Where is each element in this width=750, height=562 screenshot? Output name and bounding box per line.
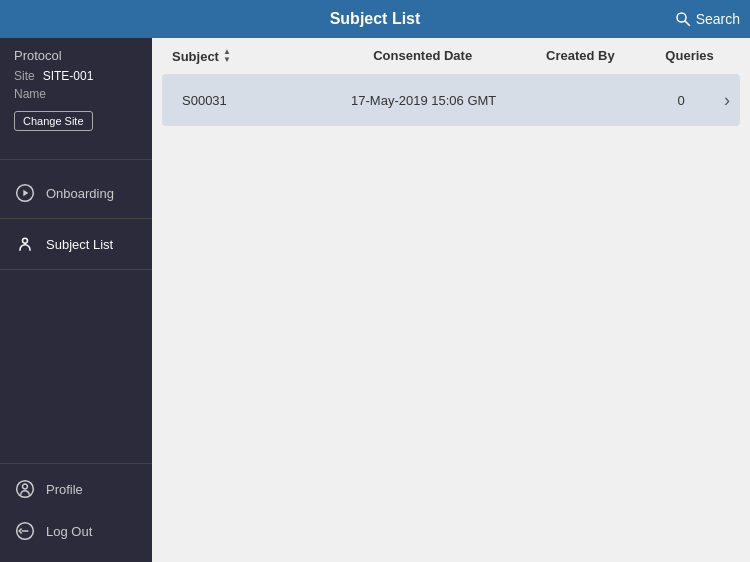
svg-marker-3 — [23, 190, 28, 197]
protocol-label: Protocol — [14, 48, 138, 63]
col-header-created: Created By — [512, 48, 649, 64]
col-header-consented: Consented Date — [334, 48, 512, 64]
sidebar-item-label-logout: Log Out — [46, 524, 92, 539]
svg-point-0 — [677, 13, 686, 22]
page-title: Subject List — [330, 10, 421, 28]
sidebar-bottom: Profile Log Out — [0, 463, 152, 562]
sidebar-item-label-onboarding: Onboarding — [46, 186, 114, 201]
sidebar: Protocol Site SITE-001 Name Change Site — [0, 38, 152, 562]
sort-arrows-subject[interactable]: ▲ ▼ — [223, 48, 231, 64]
sidebar-item-label-subject-list: Subject List — [46, 237, 113, 252]
sidebar-item-onboarding[interactable]: Onboarding — [0, 172, 152, 214]
body: Protocol Site SITE-001 Name Change Site — [0, 38, 750, 562]
table-header: Subject ▲ ▼ Consented Date Created By Qu… — [152, 38, 750, 74]
sidebar-divider-bottom — [0, 269, 152, 270]
name-label: Name — [14, 87, 46, 101]
site-row: Site SITE-001 — [14, 69, 138, 83]
col-header-queries: Queries — [649, 48, 730, 64]
sidebar-item-logout[interactable]: Log Out — [0, 510, 152, 552]
search-icon — [674, 10, 692, 28]
logout-icon — [14, 520, 36, 542]
sidebar-item-profile[interactable]: Profile — [0, 468, 152, 510]
site-label: Site — [14, 69, 35, 83]
cell-consented: 17-May-2019 15:06 GMT — [338, 93, 510, 108]
change-site-button[interactable]: Change Site — [14, 111, 93, 131]
sidebar-nav: Onboarding Subject List — [0, 164, 152, 463]
table-row[interactable]: S00031 17-May-2019 15:06 GMT 0 › — [162, 74, 740, 126]
col-header-subject[interactable]: Subject ▲ ▼ — [172, 48, 334, 64]
subject-list-icon — [14, 233, 36, 255]
sidebar-top: Protocol Site SITE-001 Name Change Site — [0, 38, 152, 155]
search-label: Search — [696, 11, 740, 27]
cell-queries: 0 — [642, 93, 720, 108]
row-chevron-icon: › — [724, 90, 730, 111]
svg-line-1 — [685, 21, 690, 26]
sidebar-item-subject-list[interactable]: Subject List — [0, 223, 152, 265]
name-row: Name — [14, 87, 138, 101]
sidebar-divider-top — [0, 159, 152, 160]
profile-icon — [14, 478, 36, 500]
main-content: Subject ▲ ▼ Consented Date Created By Qu… — [152, 38, 750, 562]
sidebar-item-label-profile: Profile — [46, 482, 83, 497]
header: Subject List Search — [0, 0, 750, 38]
site-value: SITE-001 — [43, 69, 94, 83]
cell-subject: S00031 — [182, 93, 338, 108]
svg-point-6 — [23, 484, 28, 489]
svg-point-4 — [23, 238, 28, 243]
sidebar-divider-mid — [0, 218, 152, 219]
search-button[interactable]: Search — [674, 10, 740, 28]
onboarding-icon — [14, 182, 36, 204]
